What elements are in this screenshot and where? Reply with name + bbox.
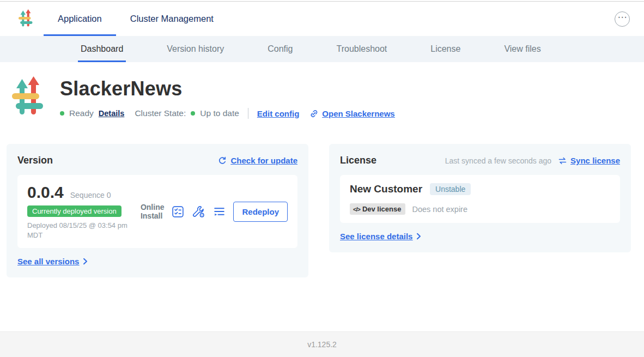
customer-name: New Customer xyxy=(350,183,422,195)
dashboard-cards: Version Check for update 0.0.4 Sequence … xyxy=(7,144,631,277)
ellipsis-icon: ⋯ xyxy=(618,13,627,22)
current-version-panel: 0.0.4 Sequence 0 Currently deployed vers… xyxy=(17,175,297,248)
deployed-status-badge: Currently deployed version xyxy=(27,205,121,217)
license-type-badge: </> Dev license xyxy=(350,203,405,215)
deployed-timestamp: Deployed 08/15/25 @ 03:54 pm MDT xyxy=(27,221,139,240)
app-header: SlackerNews Ready Details Cluster State:… xyxy=(0,62,644,121)
license-card-title: License xyxy=(340,155,376,166)
see-license-details-link[interactable]: See license details xyxy=(340,232,421,241)
top-tabs: Application Cluster Management xyxy=(44,2,228,36)
view-config-button[interactable] xyxy=(192,205,205,219)
app-status-text: Ready xyxy=(69,108,94,118)
edit-config-link[interactable]: Edit config xyxy=(257,109,300,118)
cluster-state-value: Up to date xyxy=(200,108,239,118)
subnav-item-dashboard[interactable]: Dashboard xyxy=(78,36,126,62)
license-card: License Last synced a few seconds ago Sy… xyxy=(329,144,631,252)
vertical-divider xyxy=(248,108,248,119)
app-status-row: Ready Details Cluster State: Up to date … xyxy=(60,108,395,119)
link-icon xyxy=(309,109,319,118)
release-notes-button[interactable] xyxy=(171,205,185,219)
see-all-versions-link[interactable]: See all versions xyxy=(17,257,88,266)
subnav-item-view-files[interactable]: View files xyxy=(501,36,543,62)
details-link[interactable]: Details xyxy=(99,109,125,118)
slackernews-app-icon xyxy=(12,76,44,121)
version-number: 0.0.4 xyxy=(27,183,64,202)
subnav-item-version-history[interactable]: Version history xyxy=(164,36,227,62)
last-synced-text: Last synced a few seconds ago xyxy=(445,156,551,165)
redeploy-button[interactable]: Redeploy xyxy=(233,202,288,222)
app-subnav: Dashboard Version history Config Trouble… xyxy=(0,36,644,62)
subnav-item-config[interactable]: Config xyxy=(265,36,295,62)
replicated-logo-icon xyxy=(19,9,33,28)
more-menu-button[interactable]: ⋯ xyxy=(615,11,630,27)
refresh-icon xyxy=(218,156,227,165)
chevron-right-icon xyxy=(416,233,421,240)
license-expiry-text: Does not expire xyxy=(412,205,467,214)
page-title: SlackerNews xyxy=(60,77,395,100)
subnav-item-troubleshoot[interactable]: Troubleshoot xyxy=(333,36,390,62)
release-notes-icon xyxy=(171,205,185,219)
sync-arrows-icon xyxy=(558,157,567,165)
wrench-gear-icon xyxy=(192,205,205,219)
open-slackernews-link[interactable]: Open Slackernews xyxy=(309,109,394,118)
cluster-state-label: Cluster State: xyxy=(135,108,186,118)
logs-icon xyxy=(212,205,226,219)
chevron-right-icon xyxy=(83,258,88,265)
ready-status-dot xyxy=(60,111,64,116)
check-for-update-link[interactable]: Check for update xyxy=(218,156,297,165)
tab-cluster-management[interactable]: Cluster Management xyxy=(116,2,228,36)
tab-application[interactable]: Application xyxy=(44,2,116,36)
install-type-label: Online Install xyxy=(141,203,165,220)
version-card-title: Version xyxy=(17,155,53,166)
cluster-state-dot xyxy=(191,111,195,116)
top-navbar: Application Cluster Management ⋯ xyxy=(0,2,644,36)
version-card: Version Check for update 0.0.4 Sequence … xyxy=(7,144,308,277)
console-footer: v1.125.2 xyxy=(0,331,644,357)
channel-badge: Unstable xyxy=(430,183,471,195)
license-details-panel: New Customer Unstable </> Dev license Do… xyxy=(340,175,620,223)
console-version-text: v1.125.2 xyxy=(307,340,337,349)
sequence-label: Sequence 0 xyxy=(70,191,111,199)
subnav-item-license[interactable]: License xyxy=(428,36,463,62)
deploy-logs-button[interactable] xyxy=(212,205,226,219)
sync-license-link[interactable]: Sync license xyxy=(558,156,620,165)
code-brackets-icon: </> xyxy=(353,206,360,213)
